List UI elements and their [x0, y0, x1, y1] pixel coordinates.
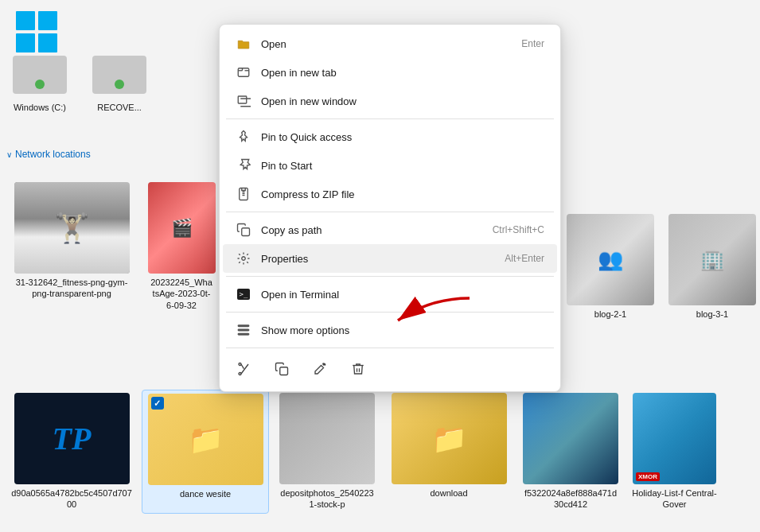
thumb-holiday: XMOR	[633, 393, 716, 484]
file-name-tp: d90a0565a4782bc5c4507d70700	[11, 487, 132, 511]
window-icon	[236, 93, 251, 109]
copy-path-icon	[236, 222, 251, 238]
svg-rect-7	[238, 334, 249, 336]
file-item-dance[interactable]: 📁 dance wesite	[142, 390, 269, 514]
drive-recovery-icon	[92, 56, 147, 99]
menu-item-open-window[interactable]: Open in new window	[223, 87, 557, 115]
toolbar-rename[interactable]	[309, 358, 331, 380]
file-item-blog3[interactable]: 🏢 blog-3-1	[665, 211, 760, 323]
menu-item-open-tab[interactable]: Open in new tab	[223, 58, 557, 87]
bottom-files: TP d90a0565a4782bc5c4507d70700 📁 dance w…	[8, 390, 720, 514]
file-item-f53[interactable]: f5322024a8ef888a471d30cd412	[519, 390, 622, 514]
svg-rect-0	[238, 68, 249, 77]
svg-rect-1	[238, 96, 247, 103]
win-tile-3	[16, 33, 35, 52]
menu-toolbar	[220, 351, 560, 386]
main-area: Windows (C:) RECOVE... ∨ Network locatio…	[0, 0, 760, 532]
thumb-blog3: 🏢	[668, 214, 756, 305]
drives-area: Windows (C:) RECOVE...	[8, 56, 151, 112]
divider-5	[226, 348, 554, 348]
file-item-tp[interactable]: TP d90a0565a4782bc5c4507d70700	[8, 390, 135, 514]
menu-compress-label: Compress to ZIP file	[261, 188, 544, 200]
drive-recovery[interactable]: RECOVE...	[88, 56, 151, 112]
file-name-dance: dance wesite	[180, 488, 231, 499]
network-locations-header[interactable]: ∨ Network locations	[0, 146, 97, 163]
thumb-fitness: 🏋	[14, 182, 130, 274]
thumb-f53	[523, 393, 618, 484]
svg-rect-10	[280, 367, 288, 375]
file-item-blog2[interactable]: 👥 blog-2-1	[563, 211, 658, 323]
svg-point-8	[239, 373, 241, 375]
drive-c-icon	[12, 56, 68, 99]
toolbar-copy[interactable]	[271, 358, 293, 380]
file-name-download: download	[430, 487, 467, 499]
thumb-tp: TP	[14, 393, 130, 484]
drive-c-label: Windows (C:)	[14, 103, 66, 112]
divider-2	[226, 212, 554, 212]
folder-icon	[236, 36, 251, 52]
menu-properties-shortcut: Alt+Enter	[505, 253, 544, 264]
win-tile-4	[38, 33, 57, 52]
win-tile-2	[38, 11, 57, 30]
fitness-img: 🏋	[14, 182, 130, 274]
file-item-depositphotos[interactable]: depositphotos_25402231-stock-p	[275, 390, 379, 514]
file-name-fitness: 31-312642_fitness-png-gym-png-transparen…	[11, 277, 132, 300]
divider-3	[226, 276, 554, 277]
divider-1	[226, 118, 554, 119]
pin-quick-icon	[236, 129, 251, 145]
thumb-movie: 🎬	[148, 182, 216, 274]
file-name-holiday: Holiday-List-f Central-Gover	[632, 487, 717, 511]
holiday-badge: XMOR	[636, 472, 660, 481]
chevron-down-icon: ∨	[6, 150, 12, 159]
thumb-blog2: 👥	[567, 214, 654, 305]
menu-pin-quick-label: Pin to Quick access	[261, 131, 544, 143]
menu-item-copy-path[interactable]: Copy as path Ctrl+Shift+C	[223, 216, 557, 244]
svg-rect-5	[238, 325, 249, 327]
movie-img: 🎬	[148, 182, 216, 274]
file-item-download[interactable]: 📁 download	[385, 390, 513, 514]
tab-icon	[236, 64, 251, 80]
right-files-row1: 👥 blog-2-1 🏢 blog-3-1	[563, 211, 760, 323]
menu-item-pin-quick[interactable]: Pin to Quick access	[223, 122, 557, 151]
blog2-img: 👥	[598, 247, 623, 272]
win-tile-1	[16, 11, 35, 30]
svg-point-4	[242, 257, 246, 261]
file-item-movie[interactable]: 🎬 20232245_WhatsAge-2023-0t-6-09-32	[142, 179, 221, 314]
drive-c-body	[13, 56, 67, 94]
toolbar-cut[interactable]	[232, 358, 255, 380]
right-files: 👥 blog-2-1 🏢 blog-3-1	[563, 211, 760, 323]
thumb-dance: 📁	[148, 394, 263, 485]
file-name-f53: f5322024a8ef888a471d30cd412	[522, 487, 619, 511]
windows-logo	[16, 11, 57, 52]
menu-item-compress[interactable]: Compress to ZIP file	[223, 180, 557, 208]
blog3-img: 🏢	[700, 247, 725, 272]
dance-checkbox	[151, 397, 164, 410]
zip-icon	[236, 186, 251, 202]
thumb-download: 📁	[392, 393, 507, 484]
drive-recovery-label: RECOVE...	[97, 103, 142, 112]
toolbar-delete[interactable]	[347, 358, 369, 380]
drive-c[interactable]: Windows (C:)	[8, 56, 72, 112]
menu-item-open[interactable]: Open Enter	[223, 29, 557, 58]
menu-open-window-label: Open in new window	[261, 95, 544, 107]
thumb-depositphotos	[279, 393, 375, 484]
menu-item-properties[interactable]: Properties Alt+Enter	[223, 244, 557, 273]
arrow-annotation	[382, 290, 477, 340]
menu-open-shortcut: Enter	[521, 38, 544, 49]
file-item-fitness[interactable]: 🏋 31-312642_fitness-png-gym-png-transpar…	[8, 179, 135, 314]
file-grid: 🏋 31-312642_fitness-png-gym-png-transpar…	[8, 179, 231, 314]
file-name-movie: 20232245_WhatsAge-2023-0t-6-09-32	[150, 277, 213, 311]
terminal-icon: >_	[236, 286, 251, 302]
menu-item-pin-start[interactable]: Pin to Start	[223, 151, 557, 180]
holiday-overlay: XMOR	[633, 393, 716, 484]
pin-start-icon	[236, 157, 251, 173]
file-item-holiday[interactable]: XMOR Holiday-List-f Central-Gover	[629, 390, 720, 514]
drive-recovery-body	[92, 56, 146, 94]
menu-open-label: Open	[261, 38, 505, 50]
menu-copy-path-shortcut: Ctrl+Shift+C	[493, 224, 544, 235]
dance-img: 📁	[188, 423, 224, 456]
file-name-depositphotos: depositphotos_25402231-stock-p	[279, 487, 376, 511]
menu-properties-label: Properties	[261, 253, 489, 265]
svg-rect-3	[242, 228, 250, 236]
network-locations-label: Network locations	[15, 149, 91, 160]
